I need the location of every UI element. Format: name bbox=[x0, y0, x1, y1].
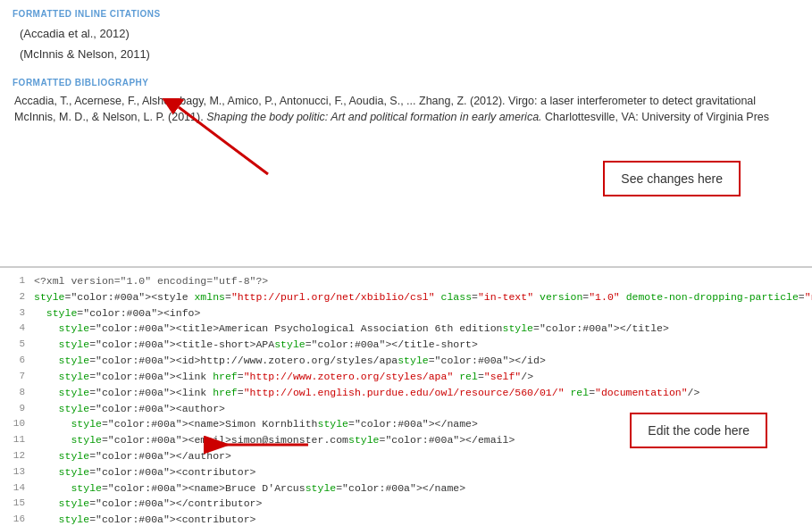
line-number: 9 bbox=[5, 401, 25, 416]
edit-code-label: Edit the code here bbox=[648, 423, 749, 438]
code-line: 6 style="color:#00a"><id>http://www.zote… bbox=[0, 353, 812, 369]
line-number: 1 bbox=[5, 273, 25, 288]
line-content: style="color:#00a"><contributor> bbox=[34, 512, 255, 526]
code-line: 4 style="color:#00a"><title>American Psy… bbox=[0, 321, 812, 337]
line-content: style="color:#00a"><title>American Psych… bbox=[34, 321, 669, 337]
code-editor[interactable]: 1<?xml version="1.0" encoding="utf-8"?>2… bbox=[0, 271, 812, 526]
inline-citations-label: FORMATTED INLINE CITATIONS bbox=[13, 9, 799, 19]
code-line: 12 style="color:#00a"></author> bbox=[0, 448, 812, 464]
line-number: 10 bbox=[5, 416, 25, 431]
see-changes-label: See changes here bbox=[621, 171, 723, 186]
top-section: FORMATTED INLINE CITATIONS (Accadia et a… bbox=[0, 0, 812, 268]
code-line: 1<?xml version="1.0" encoding="utf-8"?> bbox=[0, 273, 812, 289]
line-number: 8 bbox=[5, 385, 25, 400]
line-content: style="color:#00a"><title-short>APAstyle… bbox=[34, 337, 478, 353]
line-number: 16 bbox=[5, 512, 25, 526]
citations-list: (Accadia et al., 2012) (McInnis & Nelson… bbox=[13, 24, 799, 65]
bibliography-entry-2: McInnis, M. D., & Nelson, L. P. (2011). … bbox=[13, 109, 799, 126]
code-line: 7 style="color:#00a"><link href="http://… bbox=[0, 369, 812, 385]
code-line: 15 style="color:#00a"></contributor> bbox=[0, 496, 812, 512]
line-content: style="color:#00a"><link href="http://ww… bbox=[34, 369, 533, 385]
line-content: style="color:#00a"></contributor> bbox=[34, 496, 262, 512]
see-changes-box: See changes here bbox=[603, 161, 741, 196]
line-content: style="color:#00a"><author> bbox=[34, 401, 225, 417]
line-content: style="color:#00a"><link href="http://ow… bbox=[34, 385, 699, 401]
code-line: 5 style="color:#00a"><title-short>APAsty… bbox=[0, 337, 812, 353]
bottom-section[interactable]: 1<?xml version="1.0" encoding="utf-8"?>2… bbox=[0, 268, 812, 526]
line-number: 7 bbox=[5, 369, 25, 384]
bibliography-entry-1: Accadia, T., Acernese, F., Alshourbagy, … bbox=[13, 93, 799, 110]
bibliography-entry-2-text: McInnis, M. D., & Nelson, L. P. (2011). … bbox=[14, 111, 769, 123]
code-line: 16 style="color:#00a"><contributor> bbox=[0, 512, 812, 526]
line-number: 12 bbox=[5, 448, 25, 463]
code-line: 8 style="color:#00a"><link href="http://… bbox=[0, 385, 812, 401]
line-number: 3 bbox=[5, 305, 25, 321]
line-number: 13 bbox=[5, 464, 25, 480]
line-number: 11 bbox=[5, 432, 25, 447]
code-line: 3 style="color:#00a"><info> bbox=[0, 305, 812, 321]
edit-code-box: Edit the code here bbox=[630, 413, 767, 448]
line-content: style="color:#00a"><email>simon@simonste… bbox=[34, 432, 515, 448]
line-content: <?xml version="1.0" encoding="utf-8"?> bbox=[34, 273, 268, 289]
bibliography-section: FORMATTED BIBLIOGRAPHY Accadia, T., Acer… bbox=[13, 78, 799, 127]
line-content: style="color:#00a"><name>Bruce D'Arcusst… bbox=[34, 480, 465, 497]
bibliography-label: FORMATTED BIBLIOGRAPHY bbox=[13, 78, 799, 88]
line-number: 14 bbox=[5, 480, 25, 496]
line-number: 2 bbox=[5, 289, 25, 305]
line-content: style="color:#00a"><style xmlns="http://… bbox=[34, 289, 812, 305]
line-content: style="color:#00a"><name>Simon Kornblith… bbox=[34, 416, 478, 432]
code-line: 13 style="color:#00a"><contributor> bbox=[0, 464, 812, 480]
line-number: 5 bbox=[5, 337, 25, 352]
code-line: 2style="color:#00a"><style xmlns="http:/… bbox=[0, 289, 812, 305]
line-content: style="color:#00a"><info> bbox=[34, 305, 200, 321]
citation-item-1: (Accadia et al., 2012) bbox=[13, 24, 799, 45]
line-content: style="color:#00a"><contributor> bbox=[34, 464, 255, 480]
line-content: style="color:#00a"><id>http://www.zotero… bbox=[34, 353, 546, 369]
line-number: 6 bbox=[5, 353, 25, 368]
line-number: 15 bbox=[5, 496, 25, 511]
citation-item-2: (McInnis & Nelson, 2011) bbox=[13, 45, 799, 65]
line-content: style="color:#00a"></author> bbox=[34, 448, 231, 464]
code-line: 14 style="color:#00a"><name>Bruce D'Arcu… bbox=[0, 480, 812, 497]
line-number: 4 bbox=[5, 321, 25, 336]
